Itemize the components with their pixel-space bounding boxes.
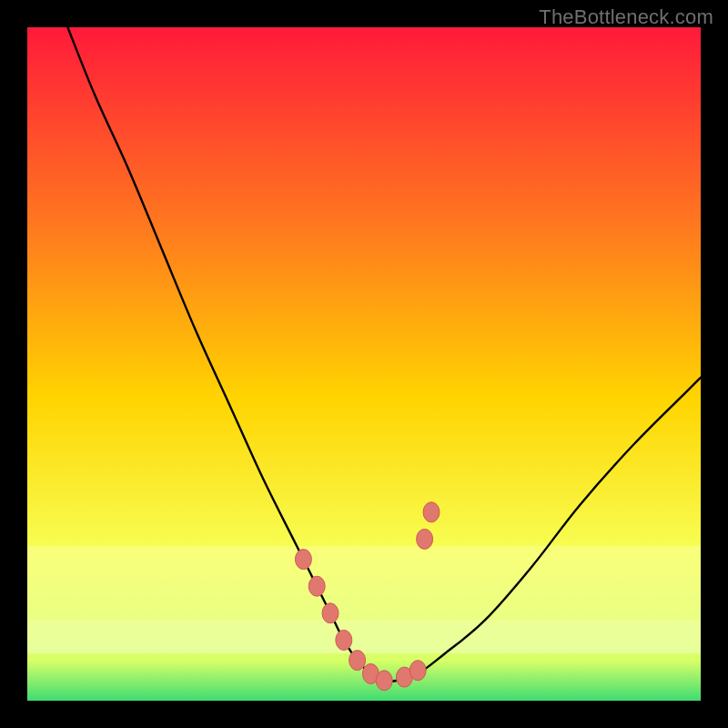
highlight-band-lower bbox=[27, 620, 701, 653]
highlight-band-upper bbox=[27, 546, 701, 620]
curve-marker bbox=[336, 630, 352, 650]
curve-marker bbox=[295, 550, 311, 570]
curve-marker bbox=[322, 603, 339, 623]
chart-frame: TheBottleneck.com bbox=[0, 0, 728, 728]
curve-marker bbox=[376, 671, 392, 691]
curve-marker bbox=[417, 529, 433, 549]
curve-marker bbox=[410, 661, 426, 681]
curve-marker bbox=[423, 502, 440, 522]
chart-svg bbox=[27, 27, 701, 701]
watermark-text: TheBottleneck.com bbox=[539, 5, 713, 29]
curve-marker bbox=[349, 651, 366, 671]
plot-area bbox=[27, 27, 701, 701]
curve-marker bbox=[308, 576, 325, 596]
